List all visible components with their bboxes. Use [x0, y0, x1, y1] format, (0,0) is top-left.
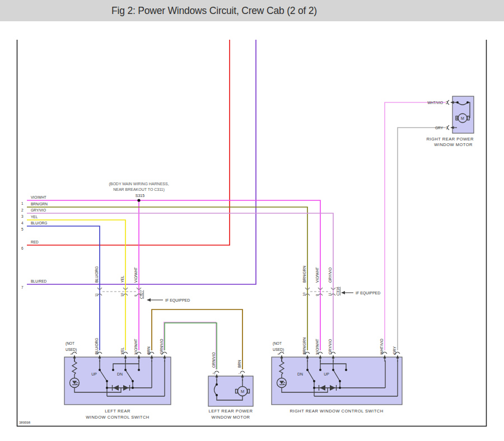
mid-left-wire-labels: BLU/ORG YEL VIO/WHT [95, 266, 138, 283]
label-wht-vio: WHT/VIO [427, 101, 443, 105]
dn-label: DN [297, 372, 303, 376]
c327-pin-11: 11 [95, 293, 98, 297]
wire-brn-grn [27, 207, 307, 350]
wire-grn-vio [164, 322, 217, 369]
splice-s315-dot [137, 199, 140, 201]
label-blu-org: BLU/ORG [95, 266, 99, 283]
label-gry-vio: GRY/VIO [328, 339, 332, 354]
label-gry: GRY [435, 126, 444, 130]
label-brn-grn: BRN/GRN [302, 266, 306, 283]
wire-1-number: 1 [21, 201, 24, 205]
pin-1-number: 1 [446, 126, 448, 130]
title-bar: Fig 2: Power Windows Circuit, Crew Cab (… [0, 0, 504, 21]
left-wire-callouts: 1 VIO/WHT 2 BRN/GRN 3 GRY/VIO 4 YEL 5 BL… [21, 195, 48, 289]
switch-box [272, 357, 402, 405]
c316-pin-10: 10 [302, 292, 306, 296]
wire-2-label: BRN/GRN [31, 202, 48, 206]
label-grn-vio: GRN/VIO [160, 339, 164, 354]
svg-text:5: 5 [277, 353, 281, 355]
wire-5-number: 5 [21, 227, 24, 231]
c327-arrow-head [147, 298, 151, 302]
document-number: 389598 [19, 421, 31, 424]
switch-pin-numbers: 5 3 2 1 4 6 [277, 353, 396, 355]
svg-text:LEFT REAR: LEFT REAR [105, 409, 130, 414]
motor-caption: LEFT REAR POWER WINDOW MOTOR [208, 409, 253, 420]
switch-caption: RIGHT REAR WINDOW CONTROL SWITCH [290, 409, 383, 414]
not-used-label: USED) [66, 348, 77, 352]
wire-4-number: 4 [21, 221, 24, 225]
page-title: Fig 2: Power Windows Circuit, Crew Cab (… [111, 5, 317, 17]
not-used-label: USED) [273, 348, 284, 352]
wire-4-label: YEL [31, 215, 38, 219]
label-wht-vio: WHT/VIO [380, 339, 384, 354]
c316-if-equipped: IF EQUIPPED [356, 291, 380, 295]
label-vio-wht: VIO/WHT [134, 267, 138, 283]
motor-m-label: M [461, 116, 464, 120]
label-grn-vio: GRN/VIO [212, 353, 216, 368]
svg-text:1: 1 [329, 353, 332, 355]
label-vio-wht: VIO/WHT [315, 267, 319, 283]
svg-text:5: 5 [70, 353, 73, 355]
svg-text:1: 1 [95, 353, 99, 355]
c327-label: C327 [139, 290, 143, 299]
motor-m-label: M [241, 389, 244, 394]
wire-3-number: 3 [21, 214, 24, 218]
wire-6-label: RED [31, 240, 39, 244]
wire-2-number: 2 [21, 208, 24, 212]
wiring-diagram-page: Fig 2: Power Windows Circuit, Crew Cab (… [0, 0, 504, 441]
wire-7-number: 7 [21, 285, 24, 289]
wiring-diagram-canvas: 1 VIO/WHT 2 BRN/GRN 3 GRY/VIO 4 YEL 5 BL… [0, 0, 504, 441]
svg-text:WINDOW CONTROL SWITCH: WINDOW CONTROL SWITCH [86, 415, 150, 420]
switch-caption: LEFT REAR WINDOW CONTROL SWITCH [86, 409, 150, 420]
label-vio-wht: VIO/WHT [315, 339, 319, 354]
svg-text:1: 1 [238, 373, 241, 374]
c316-pin-11: 11 [328, 292, 332, 296]
svg-text:LEFT REAR POWER: LEFT REAR POWER [208, 409, 253, 414]
c316-pin-9: 9 [315, 294, 319, 296]
motor-box [208, 376, 253, 406]
not-used-label: (NOT [66, 341, 74, 346]
wire-6-number: 6 [21, 246, 24, 250]
wire-red [27, 40, 230, 245]
wire-gry [398, 128, 446, 350]
connector-c327: 11 10 9 C327 IF EQUIPPED [95, 288, 190, 303]
motor-pin-numbers: 2 1 [212, 373, 241, 374]
switch-pin-numbers: 5 1 3 2 6 4 [70, 353, 164, 355]
wire-1-label: VIO/WHT [31, 195, 46, 199]
wire-7-label: BLU/RED [31, 279, 46, 283]
lower-left-wire-labels: BLU/ORG YEL VIO/WHT BRN GRN/VIO [95, 338, 164, 354]
svg-text:6: 6 [393, 353, 396, 355]
harness-note-line1: (BODY MAIN WIRING HARNESS, [109, 182, 169, 186]
left-rear-window-control-switch: 5 1 3 2 6 4 (NOT USED) UP DN LEFT REAR W… [64, 341, 171, 420]
wire-blu-red [27, 40, 256, 284]
lower-right-wire-labels: BRN/GRN VIO/WHT GRY/VIO WHT/VIO GRY [302, 337, 396, 354]
motor-pin-callouts: WHT/VIO 2 GRY 1 [427, 101, 448, 130]
label-brn: BRN [237, 360, 241, 368]
switch-box [64, 357, 171, 405]
dn-label: DN [117, 372, 123, 376]
label-brn-grn: BRN/GRN [302, 337, 306, 354]
svg-text:3: 3 [303, 353, 306, 355]
c327-pin-10: 10 [120, 293, 124, 297]
harness-note-line2: NEAR BREAKOUT TO C311) [113, 187, 165, 192]
wire-5-label: BLU/ORG [31, 221, 47, 225]
up-label: UP [91, 372, 97, 376]
c316-label: C316 [336, 287, 340, 295]
pin-2-number: 2 [446, 101, 448, 105]
mid-right-wire-labels: BRN/GRN VIO/WHT GRY/VIO [302, 266, 332, 283]
svg-text:2: 2 [134, 353, 138, 355]
c327-pin-9: 9 [134, 294, 137, 297]
svg-text:6: 6 [147, 353, 151, 355]
label-vio-wht: VIO/WHT [134, 339, 138, 354]
wire-vio-wht [27, 200, 320, 350]
c316-arrow-head [341, 291, 345, 294]
wire-3-label: GRY/VIO [31, 208, 46, 212]
motor-caption: RIGHT REAR POWER WINDOW MOTOR [426, 137, 474, 147]
svg-text:4: 4 [380, 353, 384, 355]
svg-text:2: 2 [316, 353, 319, 355]
svg-text:WINDOW MOTOR: WINDOW MOTOR [212, 415, 250, 420]
svg-text:WINDOW MOTOR: WINDOW MOTOR [434, 142, 473, 147]
not-used-label: (NOT [273, 341, 282, 346]
c327-if-equipped: IF EQUIPPED [165, 298, 190, 303]
left-rear-power-window-motor: M 2 1 LEFT REAR POWER WINDOW MOTOR [208, 371, 253, 420]
